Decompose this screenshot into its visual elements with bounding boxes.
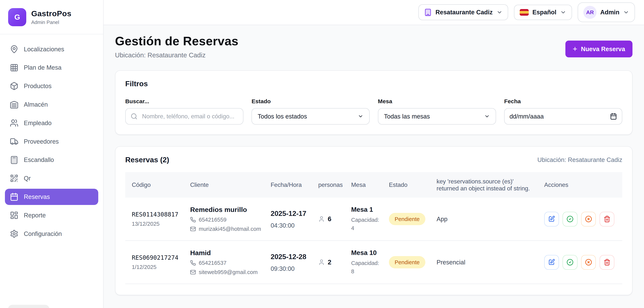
table-row: RES0690217274 1/12/2025 Hamid 654216537 <box>125 241 622 284</box>
phone-icon <box>190 260 196 266</box>
reservation-code: RES0114308817 <box>132 211 182 218</box>
location-switcher[interactable]: Resataurante Cadiz <box>418 4 508 20</box>
reservation-time: 04:30:00 <box>270 222 310 229</box>
calendar-icon <box>10 192 18 201</box>
reservations-card: Reservas (2) Ubicación: Resataurante Cad… <box>115 146 633 295</box>
search-label: Buscar... <box>125 98 244 105</box>
row-actions <box>544 212 618 226</box>
reservation-created-date: 1/12/2025 <box>132 264 182 270</box>
estado-select[interactable]: Todos los estados <box>252 108 370 125</box>
table-row: RES0114308817 13/12/2025 Remedios murill… <box>125 198 622 241</box>
confirm-button[interactable] <box>562 255 577 270</box>
location-switcher-label: Resataurante Cadiz <box>436 9 493 16</box>
new-reservation-button[interactable]: + Nueva Reserva <box>566 41 633 57</box>
qr-code-icon <box>10 174 18 183</box>
reservations-location-note: Ubicación: Resataurante Cadiz <box>538 156 622 163</box>
plus-icon: + <box>573 45 577 53</box>
app-name: GastroPos <box>31 9 72 18</box>
status-badge: Pendiente <box>389 256 425 268</box>
sidebar-item-label: Reservas <box>24 193 50 200</box>
sidebar-nav: Localizaciones Plan de Mesa Productos Al… <box>0 34 103 250</box>
reservation-created-date: 13/12/2025 <box>132 221 182 227</box>
edit-pencil-icon <box>548 259 555 266</box>
persons-count: 2 <box>318 259 343 266</box>
mail-icon <box>190 269 196 275</box>
sidebar-item-label: Plan de Mesa <box>24 64 62 71</box>
sidebar-item-localizaciones[interactable]: Localizaciones <box>5 41 98 57</box>
reservation-code: RES0690217274 <box>132 254 182 261</box>
page-content: Gestión de Reservas Ubicación: Resataura… <box>104 25 644 308</box>
trash-icon <box>604 215 610 222</box>
table-capacity: Capacidad: 8 <box>351 259 380 276</box>
fecha-date-value: dd/mm/aaaa <box>510 113 544 120</box>
x-circle-icon <box>585 215 592 222</box>
edit-button[interactable] <box>544 255 559 270</box>
search-control <box>125 108 244 125</box>
fecha-label: Fecha <box>504 98 622 105</box>
sidebar-item-reservas[interactable]: Reservas <box>5 189 98 205</box>
page-title: Gestión de Reservas <box>115 34 238 48</box>
warehouse-icon <box>10 100 18 109</box>
sidebar-item-configuracion[interactable]: Configuración <box>5 226 98 242</box>
confirm-button[interactable] <box>562 212 577 226</box>
sidebar-item-qr[interactable]: Qr <box>5 170 98 187</box>
spain-flag-icon <box>520 9 529 16</box>
check-circle-icon <box>566 259 574 266</box>
language-switcher[interactable]: Español <box>514 5 572 20</box>
client-name: Remedios murillo <box>190 206 262 214</box>
client-phone: 654216559 <box>190 216 262 223</box>
column-header-code: Código <box>125 172 186 198</box>
person-icon <box>318 259 325 266</box>
edit-pencil-icon <box>548 215 555 222</box>
x-circle-icon <box>585 259 592 266</box>
table-header-row: Código Cliente Fecha/Hora personas Mesa … <box>125 172 622 198</box>
sidebar-item-proveedores[interactable]: Proveedores <box>5 133 98 150</box>
client-email-address: murizaki45@hotmail.com <box>199 226 261 232</box>
sidebar-item-label: Proveedores <box>24 138 59 145</box>
page-subtitle: Ubicación: Resataurante Cadiz <box>115 51 238 59</box>
reservations-table: Código Cliente Fecha/Hora personas Mesa … <box>125 172 622 284</box>
estado-select-value: Todos los estados <box>258 113 307 120</box>
filters-grid: Buscar... Estado Todos los estados Mesa <box>125 98 622 125</box>
sidebar-item-almacen[interactable]: Almacén <box>5 96 98 113</box>
filter-search: Buscar... <box>125 98 244 125</box>
cancel-button[interactable] <box>581 255 596 270</box>
chevron-down-icon <box>560 9 566 15</box>
delete-button[interactable] <box>600 255 614 270</box>
calendar-picker-icon[interactable] <box>610 113 617 120</box>
sidebar-item-empleado[interactable]: Empleado <box>5 115 98 131</box>
column-header-persons: personas <box>314 172 347 198</box>
column-header-source: key 'reservations.source (es)' returned … <box>432 172 540 198</box>
bottom-left-artifact <box>8 305 49 308</box>
sidebar-item-productos[interactable]: Productos <box>5 78 98 94</box>
column-header-mesa: Mesa <box>347 172 385 198</box>
status-badge: Pendiente <box>389 213 425 225</box>
persons-count-value: 2 <box>328 259 331 266</box>
phone-icon <box>190 217 196 222</box>
sidebar-item-label: Empleado <box>24 120 52 127</box>
persons-count-value: 6 <box>328 215 331 223</box>
sidebar-item-label: Productos <box>24 82 52 90</box>
sidebar-item-plan-de-mesa[interactable]: Plan de Mesa <box>5 59 98 76</box>
sidebar-item-reporte[interactable]: Reporte <box>5 207 98 223</box>
cancel-button[interactable] <box>581 212 596 226</box>
reservation-date: 2025-12-17 <box>270 209 308 218</box>
table-capacity: Capacidad: 4 <box>351 216 380 232</box>
topbar: Resataurante Cadiz Español AR Admin <box>104 0 644 25</box>
person-icon <box>318 216 325 222</box>
reservation-source: App <box>436 215 448 222</box>
app-logo-letter: G <box>14 13 20 21</box>
reservation-date: 2025-12-28 <box>270 252 308 262</box>
filter-fecha: Fecha dd/mm/aaaa <box>504 98 622 125</box>
calculator-icon <box>10 156 18 164</box>
estado-label: Estado <box>252 98 370 105</box>
sidebar-item-escandallo[interactable]: Escandallo <box>5 152 98 168</box>
delete-button[interactable] <box>600 212 614 226</box>
main-area: Resataurante Cadiz Español AR Admin Gest… <box>104 0 644 308</box>
search-input[interactable] <box>126 109 243 124</box>
mesa-select[interactable]: Todas las mesas <box>378 108 496 125</box>
fecha-date-input[interactable]: dd/mm/aaaa <box>504 108 622 125</box>
user-menu[interactable]: AR Admin <box>578 2 635 22</box>
column-header-estado: Estado <box>385 172 432 198</box>
edit-button[interactable] <box>544 212 559 226</box>
